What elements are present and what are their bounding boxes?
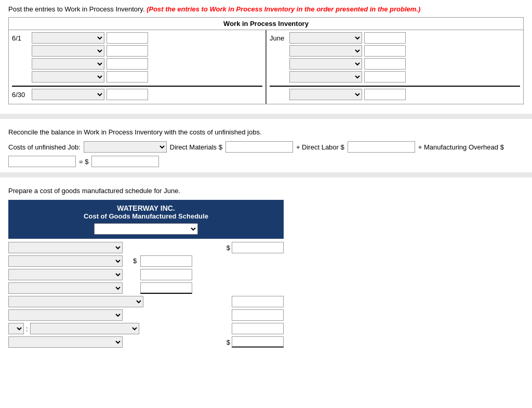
wip-input-right-4[interactable]: [364, 71, 406, 83]
reconcile-mfg-overhead[interactable]: [8, 156, 76, 167]
sched-input-4[interactable]: [140, 282, 192, 294]
sched-input-2[interactable]: [140, 255, 192, 267]
wip-row-left-3: [12, 58, 262, 70]
wip-row-630: 6/30: [12, 86, 262, 100]
sched-select-7b[interactable]: [30, 323, 139, 334]
wip-select-left-4[interactable]: [32, 71, 104, 83]
wip-date-61: 6/1: [12, 34, 32, 42]
schedule-header: WATERWAY INC. Cost of Goods Manufactured…: [8, 200, 284, 239]
sched-input-8[interactable]: [232, 336, 284, 348]
wip-row-630-right: [270, 86, 520, 100]
reconcile-direct-labor[interactable]: [348, 141, 415, 153]
sched-select-3[interactable]: [8, 269, 123, 280]
sched-row-6: [8, 309, 284, 321]
reconcile-job-select[interactable]: [84, 141, 167, 153]
sched-select-6[interactable]: [8, 309, 123, 321]
dollar-sign-2: $: [133, 257, 137, 265]
wip-date-june: June: [270, 34, 289, 42]
wip-input-left-4[interactable]: [107, 71, 148, 83]
sched-select-8[interactable]: [8, 336, 123, 348]
sched-row-7: :: [8, 323, 284, 334]
wip-input-left-2[interactable]: [107, 45, 148, 57]
wip-row-left-4: [12, 71, 262, 83]
sched-input-3[interactable]: [140, 269, 192, 280]
wip-input-630-left[interactable]: [107, 89, 148, 100]
wip-input-right-2[interactable]: [364, 45, 406, 57]
reconcile-label1: Costs of unfinished Job:: [8, 143, 81, 151]
sched-row-3: [8, 269, 284, 280]
sched-select-5[interactable]: [8, 296, 143, 307]
reconcile-label2: Direct Materials $: [170, 143, 222, 151]
wip-date-630: 6/30: [12, 91, 32, 99]
wip-row-june: June: [270, 32, 520, 44]
wip-left-half: 6/1 6/30: [9, 30, 267, 104]
reconcile-total[interactable]: [91, 156, 159, 167]
sched-row-8: $: [8, 336, 284, 348]
wip-row-right-2: [270, 45, 520, 57]
wip-input-june[interactable]: [364, 32, 406, 44]
sched-row-4: [8, 282, 284, 294]
wip-select-right-4[interactable]: [289, 71, 362, 83]
wip-select-left-2[interactable]: [32, 45, 104, 57]
sched-select-2[interactable]: [8, 255, 123, 267]
wip-row-right-4: [270, 71, 520, 83]
sched-row-1: $: [8, 242, 284, 253]
wip-title: Work in Process Inventory: [8, 17, 524, 30]
wip-row-left-2: [12, 45, 262, 57]
dollar-sign-1: $: [227, 244, 230, 252]
wip-input-61-left[interactable]: [107, 32, 148, 44]
wip-select-61-left[interactable]: [32, 32, 104, 44]
schedule-intro: Prepare a cost of goods manufactured sch…: [8, 187, 524, 195]
sched-select-7a[interactable]: [8, 323, 24, 334]
wip-select-left-3[interactable]: [32, 58, 104, 70]
sched-input-6[interactable]: [232, 309, 284, 321]
reconcile-label3: + Direct Labor $: [296, 143, 344, 151]
schedule-period-select[interactable]: [94, 223, 198, 235]
wip-select-right-2[interactable]: [289, 45, 362, 57]
reconcile-label4: + Manufacturing Overhead $: [418, 143, 504, 151]
divider-2: [0, 172, 532, 178]
schedule-section: Prepare a cost of goods manufactured sch…: [8, 183, 524, 353]
schedule-title1: WATERWAY INC.: [10, 204, 282, 212]
schedule-header-dropdown: [10, 223, 282, 235]
schedule-body: $ $: [8, 239, 284, 353]
instruction-red: (Post the entries to Work in Process Inv…: [147, 5, 420, 13]
wip-select-630-left[interactable]: [32, 89, 104, 100]
dollar-sign-8: $: [227, 338, 230, 346]
wip-input-630-right[interactable]: [364, 89, 406, 100]
wip-select-right-3[interactable]: [289, 58, 362, 70]
divider-1: [0, 114, 532, 119]
wip-input-left-3[interactable]: [107, 58, 148, 70]
reconcile-title: Reconcile the balance in Work in Process…: [8, 128, 524, 136]
wip-section: Work in Process Inventory 6/1: [8, 17, 524, 104]
wip-container: 6/1 6/30: [8, 30, 524, 104]
wip-row-61: 6/1: [12, 32, 262, 44]
wip-input-right-3[interactable]: [364, 58, 406, 70]
sched-row-2: $: [8, 255, 284, 267]
instruction-line: Post the entries to Work in Process Inve…: [8, 5, 524, 13]
reconcile-direct-materials[interactable]: [225, 141, 293, 153]
instruction-static: Post the entries to Work in Process Inve…: [8, 5, 147, 13]
schedule-title2: Cost of Goods Manufactured Schedule: [10, 212, 282, 220]
sched-input-1[interactable]: [232, 242, 284, 253]
wip-select-june[interactable]: [289, 32, 362, 44]
sched-input-7[interactable]: [232, 323, 284, 334]
wip-row-right-3: [270, 58, 520, 70]
sched-input-5[interactable]: [232, 296, 284, 307]
sched-select-1[interactable]: [8, 242, 123, 253]
reconcile-row: Costs of unfinished Job: Direct Material…: [8, 141, 524, 167]
sched-select-4[interactable]: [8, 282, 123, 294]
colon-label: :: [26, 325, 28, 333]
wip-select-630-right[interactable]: [289, 89, 362, 100]
reconcile-section: Reconcile the balance in Work in Process…: [8, 124, 524, 167]
reconcile-label5: = $: [79, 158, 88, 166]
wip-right-half: June: [267, 30, 523, 104]
sched-row-5: [8, 296, 284, 307]
